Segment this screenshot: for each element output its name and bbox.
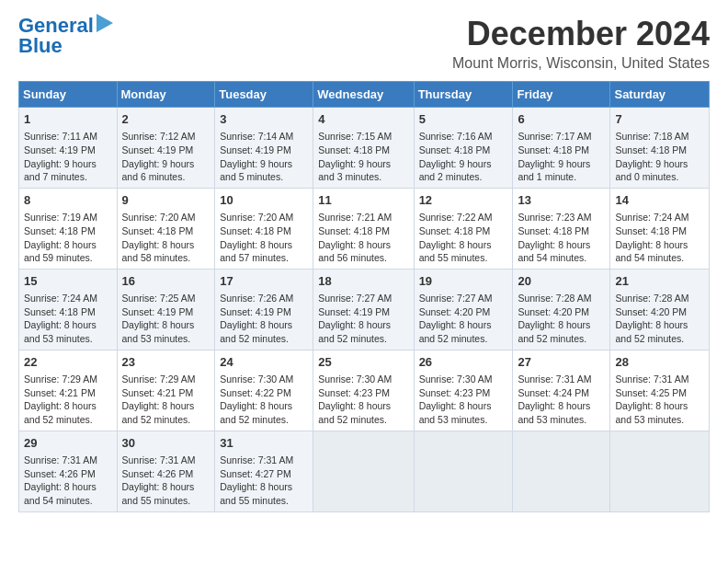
day-number: 3 — [220, 111, 308, 128]
day-number: 16 — [122, 273, 210, 290]
day-number: 2 — [122, 111, 210, 128]
calendar-cell: 26Sunrise: 7:30 AMSunset: 4:23 PMDayligh… — [414, 350, 513, 431]
sunrise-text: Sunrise: 7:24 AM — [24, 293, 97, 304]
header-monday: Monday — [117, 82, 215, 108]
sunrise-text: Sunrise: 7:16 AM — [419, 131, 493, 142]
svg-marker-0 — [97, 14, 113, 32]
daylight-text: Daylight: 9 hours and 1 minute. — [518, 158, 590, 183]
day-number: 11 — [318, 192, 408, 209]
calendar-cell: 13Sunrise: 7:23 AMSunset: 4:18 PMDayligh… — [513, 188, 610, 269]
day-number: 7 — [615, 111, 704, 128]
calendar-cell — [414, 431, 513, 511]
sunset-text: Sunset: 4:18 PM — [318, 225, 390, 236]
sunset-text: Sunset: 4:24 PM — [518, 387, 589, 398]
daylight-text: Daylight: 8 hours and 58 minutes. — [122, 239, 195, 264]
sunrise-text: Sunrise: 7:25 AM — [122, 293, 196, 304]
sunset-text: Sunset: 4:18 PM — [615, 144, 687, 155]
calendar-cell — [513, 431, 610, 511]
day-number: 12 — [419, 192, 508, 209]
day-number: 1 — [24, 111, 112, 128]
sunrise-text: Sunrise: 7:29 AM — [24, 373, 97, 385]
sunrise-text: Sunrise: 7:31 AM — [122, 454, 196, 465]
day-number: 6 — [518, 111, 605, 128]
day-number: 4 — [318, 111, 408, 128]
sunrise-text: Sunrise: 7:11 AM — [24, 131, 97, 142]
day-number: 13 — [518, 192, 605, 209]
daylight-text: Daylight: 9 hours and 7 minutes. — [24, 158, 97, 183]
sunset-text: Sunset: 4:21 PM — [24, 387, 96, 398]
daylight-text: Daylight: 8 hours and 52 minutes. — [220, 400, 292, 425]
header-friday: Friday — [513, 82, 610, 108]
sunrise-text: Sunrise: 7:30 AM — [318, 373, 392, 385]
calendar-cell: 31Sunrise: 7:31 AMSunset: 4:27 PMDayligh… — [215, 431, 313, 511]
calendar-cell — [313, 431, 414, 511]
page-header: General Blue December 2024 Mount Morris,… — [18, 15, 710, 72]
sunrise-text: Sunrise: 7:30 AM — [419, 373, 493, 385]
calendar-cell: 28Sunrise: 7:31 AMSunset: 4:25 PMDayligh… — [610, 350, 710, 431]
daylight-text: Daylight: 8 hours and 53 minutes. — [122, 319, 195, 344]
daylight-text: Daylight: 9 hours and 6 minutes. — [122, 158, 195, 183]
daylight-text: Daylight: 8 hours and 54 minutes. — [518, 239, 590, 264]
calendar-cell: 7Sunrise: 7:18 AMSunset: 4:18 PMDaylight… — [610, 108, 710, 189]
sunset-text: Sunset: 4:20 PM — [615, 306, 687, 317]
daylight-text: Daylight: 8 hours and 52 minutes. — [220, 319, 292, 344]
daylight-text: Daylight: 8 hours and 52 minutes. — [318, 400, 391, 425]
daylight-text: Daylight: 8 hours and 55 minutes. — [419, 239, 492, 264]
calendar-cell: 24Sunrise: 7:30 AMSunset: 4:22 PMDayligh… — [215, 350, 313, 431]
day-number: 24 — [220, 354, 308, 371]
sunset-text: Sunset: 4:18 PM — [220, 225, 291, 236]
sunset-text: Sunset: 4:20 PM — [518, 306, 589, 317]
sunrise-text: Sunrise: 7:23 AM — [518, 212, 591, 223]
sunrise-text: Sunrise: 7:31 AM — [24, 454, 97, 465]
sunset-text: Sunset: 4:18 PM — [419, 225, 491, 236]
calendar-cell — [610, 431, 710, 511]
header-tuesday: Tuesday — [215, 82, 313, 108]
sunrise-text: Sunrise: 7:28 AM — [615, 293, 688, 304]
calendar-cell: 6Sunrise: 7:17 AMSunset: 4:18 PMDaylight… — [513, 108, 610, 189]
sunset-text: Sunset: 4:18 PM — [122, 225, 194, 236]
daylight-text: Daylight: 9 hours and 2 minutes. — [419, 158, 492, 183]
sunset-text: Sunset: 4:18 PM — [419, 144, 491, 155]
calendar-cell: 22Sunrise: 7:29 AMSunset: 4:21 PMDayligh… — [19, 350, 118, 431]
header-thursday: Thursday — [414, 82, 513, 108]
calendar-cell: 11Sunrise: 7:21 AMSunset: 4:18 PMDayligh… — [313, 188, 414, 269]
calendar-cell: 19Sunrise: 7:27 AMSunset: 4:20 PMDayligh… — [414, 269, 513, 350]
daylight-text: Daylight: 8 hours and 52 minutes. — [419, 319, 492, 344]
sunrise-text: Sunrise: 7:20 AM — [122, 212, 196, 223]
calendar-cell: 15Sunrise: 7:24 AMSunset: 4:18 PMDayligh… — [19, 269, 118, 350]
header-wednesday: Wednesday — [313, 82, 414, 108]
sunrise-text: Sunrise: 7:31 AM — [518, 373, 591, 385]
day-number: 17 — [220, 273, 308, 290]
calendar-cell: 4Sunrise: 7:15 AMSunset: 4:18 PMDaylight… — [313, 108, 414, 189]
day-number: 20 — [518, 273, 605, 290]
daylight-text: Daylight: 8 hours and 53 minutes. — [615, 400, 688, 425]
sunset-text: Sunset: 4:19 PM — [24, 144, 96, 155]
sunset-text: Sunset: 4:19 PM — [220, 144, 291, 155]
calendar-week-row: 29Sunrise: 7:31 AMSunset: 4:26 PMDayligh… — [19, 431, 710, 511]
calendar-week-row: 15Sunrise: 7:24 AMSunset: 4:18 PMDayligh… — [19, 269, 710, 350]
calendar-week-row: 22Sunrise: 7:29 AMSunset: 4:21 PMDayligh… — [19, 350, 710, 431]
daylight-text: Daylight: 8 hours and 57 minutes. — [220, 239, 292, 264]
sunrise-text: Sunrise: 7:26 AM — [220, 293, 293, 304]
sunrise-text: Sunrise: 7:12 AM — [122, 131, 196, 142]
day-number: 23 — [122, 354, 210, 371]
calendar-table: SundayMondayTuesdayWednesdayThursdayFrid… — [18, 81, 710, 512]
daylight-text: Daylight: 8 hours and 52 minutes. — [615, 319, 688, 344]
daylight-text: Daylight: 8 hours and 52 minutes. — [518, 319, 590, 344]
daylight-text: Daylight: 9 hours and 0 minutes. — [615, 158, 688, 183]
daylight-text: Daylight: 9 hours and 3 minutes. — [318, 158, 391, 183]
calendar-cell: 25Sunrise: 7:30 AMSunset: 4:23 PMDayligh… — [313, 350, 414, 431]
calendar-cell: 16Sunrise: 7:25 AMSunset: 4:19 PMDayligh… — [117, 269, 215, 350]
logo: General Blue — [18, 15, 113, 57]
daylight-text: Daylight: 8 hours and 55 minutes. — [122, 481, 195, 506]
sunrise-text: Sunrise: 7:18 AM — [615, 131, 688, 142]
calendar-cell: 14Sunrise: 7:24 AMSunset: 4:18 PMDayligh… — [610, 188, 710, 269]
day-number: 27 — [518, 354, 605, 371]
calendar-week-row: 8Sunrise: 7:19 AMSunset: 4:18 PMDaylight… — [19, 188, 710, 269]
sunset-text: Sunset: 4:19 PM — [220, 306, 291, 317]
daylight-text: Daylight: 8 hours and 52 minutes. — [318, 319, 391, 344]
sunrise-text: Sunrise: 7:15 AM — [318, 131, 392, 142]
daylight-text: Daylight: 8 hours and 54 minutes. — [24, 481, 97, 506]
header-saturday: Saturday — [610, 82, 710, 108]
sunset-text: Sunset: 4:22 PM — [220, 387, 291, 398]
